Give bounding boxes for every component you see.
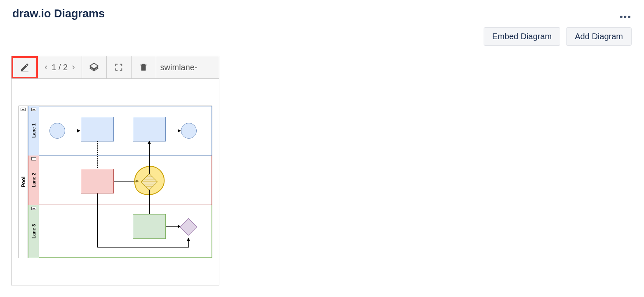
bpmn-task — [81, 117, 114, 141]
swimlane-lane-1: Lane 1 — [28, 106, 212, 156]
layers-button[interactable] — [82, 56, 107, 78]
lane-label: Lane 2 — [31, 173, 36, 188]
pencil-icon — [20, 62, 30, 72]
collapse-icon — [31, 157, 36, 160]
sequence-flow — [65, 131, 80, 131]
bpmn-gateway — [140, 173, 158, 191]
bpmn-task — [133, 214, 166, 239]
page-navigator: ‹ 1 / 2 › — [38, 56, 82, 78]
pool-header: Pool — [19, 106, 28, 258]
sequence-flow — [149, 141, 150, 174]
sequence-flow — [97, 247, 189, 248]
layers-icon — [89, 62, 99, 72]
delete-button[interactable] — [132, 56, 156, 78]
lane-label: Lane 1 — [31, 124, 36, 138]
sequence-flow — [166, 226, 181, 227]
sequence-flow — [97, 193, 98, 247]
trash-icon — [139, 63, 148, 72]
embed-diagram-button[interactable]: Embed Diagram — [484, 27, 561, 46]
page-title: draw.io Diagrams — [12, 7, 105, 20]
bpmn-task — [133, 117, 166, 141]
page-indicator: 1 / 2 — [52, 63, 68, 72]
lane-header-2: Lane 2 — [28, 156, 39, 205]
edit-diagram-button[interactable] — [12, 56, 38, 78]
swimlane-lane-3: Lane 3 — [28, 205, 212, 258]
bpmn-gateway — [179, 218, 197, 236]
sequence-flow — [166, 131, 181, 131]
bpmn-task — [81, 169, 114, 193]
diagram-card: ‹ 1 / 2 › swimlane- Pool — [11, 56, 219, 285]
more-menu-button[interactable]: ••• — [620, 7, 632, 22]
svg-rect-3 — [141, 174, 157, 190]
pool-label: Pool — [20, 177, 26, 187]
lane-label: Lane 3 — [31, 224, 36, 239]
message-flow — [97, 141, 98, 168]
diagram-toolbar: ‹ 1 / 2 › swimlane- — [12, 56, 219, 79]
svg-rect-0 — [21, 71, 28, 72]
bpmn-start-event — [49, 123, 65, 139]
collapse-icon — [31, 207, 36, 210]
sequence-flow — [188, 238, 189, 248]
add-diagram-button[interactable]: Add Diagram — [566, 27, 632, 46]
fullscreen-button[interactable] — [107, 56, 132, 78]
fullscreen-icon — [114, 63, 123, 72]
bpmn-end-event — [181, 123, 197, 139]
swimlane-diagram: Pool Lane 1 — [19, 106, 212, 258]
collapse-icon — [21, 108, 26, 111]
lane-header-3: Lane 3 — [28, 205, 39, 258]
diagram-filename: swimlane- — [156, 56, 219, 78]
next-page-button[interactable]: › — [69, 62, 77, 73]
lane-header-1: Lane 1 — [28, 106, 39, 156]
collapse-icon — [31, 108, 36, 111]
swimlane-lane-2: Lane 2 — [28, 156, 212, 205]
diagram-viewport[interactable]: Pool Lane 1 — [12, 79, 219, 285]
prev-page-button[interactable]: ‹ — [42, 62, 50, 73]
